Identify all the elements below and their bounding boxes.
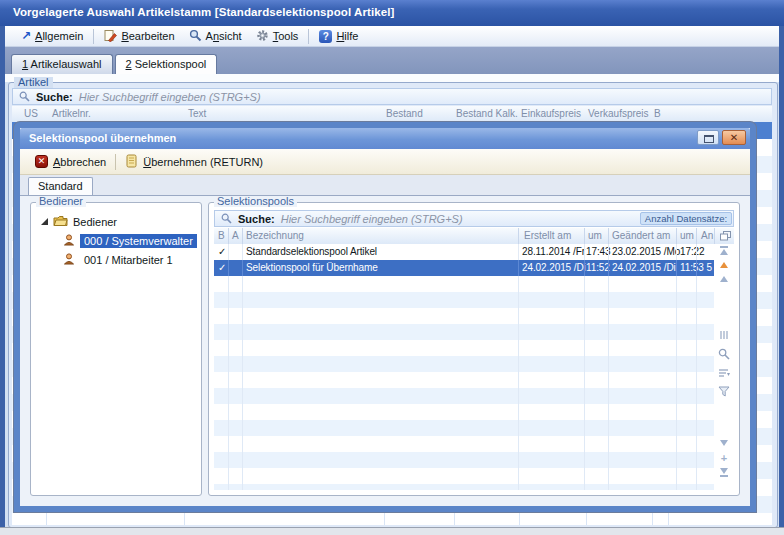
tree-item-mitarbeiter1[interactable]: 001 / Mitarbeiter 1 — [63, 251, 177, 268]
close-button[interactable] — [722, 130, 746, 145]
window-titlebar[interactable]: Vorgelagerte Auswahl Artikelstamm [Stand… — [0, 0, 784, 27]
row-changed: 23.02.2015 /Mo — [612, 246, 680, 257]
row-changed: 24.02.2015 /Di — [612, 262, 676, 273]
row-created-time: 11:52 — [586, 262, 610, 273]
pools-col-a[interactable]: A — [232, 230, 239, 241]
row-created-time: 17:43 — [586, 246, 611, 257]
grid-nav-strip — [714, 244, 734, 490]
scroll-to-top-button[interactable] — [714, 246, 734, 255]
artikel-search-label: Suche: — [36, 91, 73, 103]
artikel-col-verkaufspreis[interactable]: Verkaufspreis — [588, 108, 649, 119]
artikel-col-bestand-kalk[interactable]: Bestand Kalk. — [456, 108, 518, 119]
pools-search-label: Suche: — [238, 213, 275, 225]
artikel-search-bar[interactable]: Suche: Hier Suchbegriff eingeben (STRG+S… — [12, 88, 772, 105]
filter-icon[interactable] — [714, 386, 734, 397]
tree-item-systemverwalter[interactable]: 000 / Systemverwalter — [63, 232, 197, 249]
menu-allgemein-label: Allgemein — [35, 30, 83, 42]
app-window: Vorgelagerte Auswahl Artikelstamm [Stand… — [0, 0, 784, 535]
window-frame-bottom — [0, 527, 784, 535]
pools-col-um1[interactable]: um — [588, 230, 602, 241]
artikel-col-einkaufspreis[interactable]: Einkaufspreis — [521, 108, 581, 119]
artikel-header-row[interactable]: US Artikelnr. Text Bestand Bestand Kalk.… — [12, 106, 772, 123]
restore-icon — [704, 135, 714, 143]
artikel-col-us[interactable]: US — [24, 108, 38, 119]
edit-icon — [104, 29, 117, 44]
tree-root-label: Bediener — [73, 216, 117, 228]
scroll-up-page-button[interactable] — [714, 276, 734, 282]
abbrechen-label: Abbrechen — [53, 156, 106, 168]
grid-search-icon[interactable] — [714, 348, 734, 360]
expander-icon[interactable] — [41, 218, 48, 225]
window-frame-left — [0, 26, 5, 527]
pool-row-standardselektionspool[interactable]: ✓ Standardselektionspool Artikel 28.11.2… — [214, 244, 714, 260]
uebernehmen-button[interactable]: Übernehmen (RETURN) — [118, 152, 270, 172]
menu-allgemein[interactable]: ↗ Allgemein — [14, 28, 90, 44]
tab-selektionspool[interactable]: 2 Selektionspool — [115, 54, 218, 74]
tree-root-bediener[interactable]: Bediener — [41, 213, 117, 230]
row-name: Standardselektionspool Artikel — [246, 246, 377, 257]
pools-col-erstellt[interactable]: Erstellt am — [524, 230, 571, 241]
menu-hilfe-label: Hilfe — [336, 30, 358, 42]
window-frame-right — [779, 26, 784, 527]
tab-standard[interactable]: Standard — [28, 177, 93, 195]
magnifier-doc-icon — [189, 29, 202, 44]
abbrechen-button[interactable]: Abbrechen — [28, 153, 113, 170]
pools-header-row[interactable]: B A Bezeichnung Erstellt am um Geändert … — [214, 228, 734, 245]
search-icon — [19, 91, 30, 102]
pools-col-an[interactable]: An — [701, 230, 713, 241]
scroll-to-bottom-button[interactable] — [714, 468, 734, 477]
main-tabstrip: 1 Artikelauswahl 2 Selektionspool — [5, 47, 779, 74]
window-title: Vorgelagerte Auswahl Artikelstamm [Stand… — [13, 6, 395, 18]
folder-icon — [53, 215, 68, 229]
menu-hilfe[interactable]: Hilfe — [312, 28, 365, 45]
pools-caption: Selektionspools — [214, 196, 297, 207]
menu-tools-label: Tools — [273, 30, 299, 42]
dialog-toolbar: Abbrechen Übernehmen (RETURN) — [20, 149, 750, 175]
add-record-button[interactable] — [714, 454, 734, 463]
row-check: ✓ — [218, 246, 226, 257]
gear-icon — [256, 29, 269, 44]
column-chooser-icon[interactable] — [720, 231, 731, 241]
grip-icon[interactable] — [714, 330, 734, 340]
pools-search-placeholder: Hier Suchbegriff eingeben (STRG+S) — [281, 213, 463, 225]
sort-icon[interactable] — [714, 368, 734, 378]
artikel-col-b[interactable]: B — [654, 108, 661, 119]
tab-artikelauswahl[interactable]: 1 Artikelauswahl — [11, 54, 113, 74]
toolbar-separator — [93, 29, 94, 44]
bediener-caption: Bediener — [36, 196, 86, 207]
record-count-badge: Anzahl Datensätze: 2 — [640, 212, 732, 225]
help-icon — [319, 30, 332, 43]
tree-item-label: 000 / Systemverwalter — [80, 234, 197, 248]
scroll-down-page-button[interactable] — [714, 440, 734, 446]
main-toolbar: ↗ Allgemein Bearbeiten Ansicht Tools Hil… — [5, 26, 779, 47]
pools-col-bezeichnung[interactable]: Bezeichnung — [246, 230, 304, 241]
row-created: 24.02.2015 /Di — [522, 262, 586, 273]
uebernehmen-label: Übernehmen (RETURN) — [143, 156, 263, 168]
menu-ansicht[interactable]: Ansicht — [182, 27, 249, 46]
pool-row-uebernahme[interactable]: ✓ Selektionspool für Übernhame 24.02.201… — [214, 260, 714, 276]
menu-tools[interactable]: Tools — [249, 27, 306, 46]
pools-col-um2[interactable]: um — [680, 230, 694, 241]
artikel-search-placeholder: Hier Suchbegriff eingeben (STRG+S) — [79, 91, 261, 103]
pools-empty-rows — [214, 276, 714, 490]
menu-ansicht-label: Ansicht — [206, 30, 242, 42]
dialog-tabstrip: Standard — [20, 175, 750, 196]
user-icon — [63, 234, 75, 248]
artikel-col-artikelnr[interactable]: Artikelnr. — [52, 108, 91, 119]
toolbar-separator — [115, 154, 116, 170]
artikel-caption: Artikel — [14, 77, 53, 88]
user-icon — [63, 253, 75, 267]
row-name: Selektionspool für Übernhame — [246, 262, 378, 273]
bediener-panel: Bediener 000 / Systemverwalter 001 / Mit… — [30, 202, 202, 496]
row-check: ✓ — [218, 262, 226, 273]
pools-col-geaendert[interactable]: Geändert am — [612, 230, 670, 241]
menu-bearbeiten-label: Bearbeiten — [121, 30, 174, 42]
pools-col-b[interactable]: B — [218, 230, 225, 241]
row-an: 5 — [698, 262, 712, 273]
dialog-titlebar[interactable]: Selektionspool übernehmen — [20, 128, 750, 149]
scroll-up-button[interactable] — [714, 262, 734, 268]
artikel-col-bestand[interactable]: Bestand — [386, 108, 423, 119]
artikel-col-text[interactable]: Text — [188, 108, 206, 119]
restore-button[interactable] — [697, 130, 719, 145]
menu-bearbeiten[interactable]: Bearbeiten — [97, 27, 181, 46]
